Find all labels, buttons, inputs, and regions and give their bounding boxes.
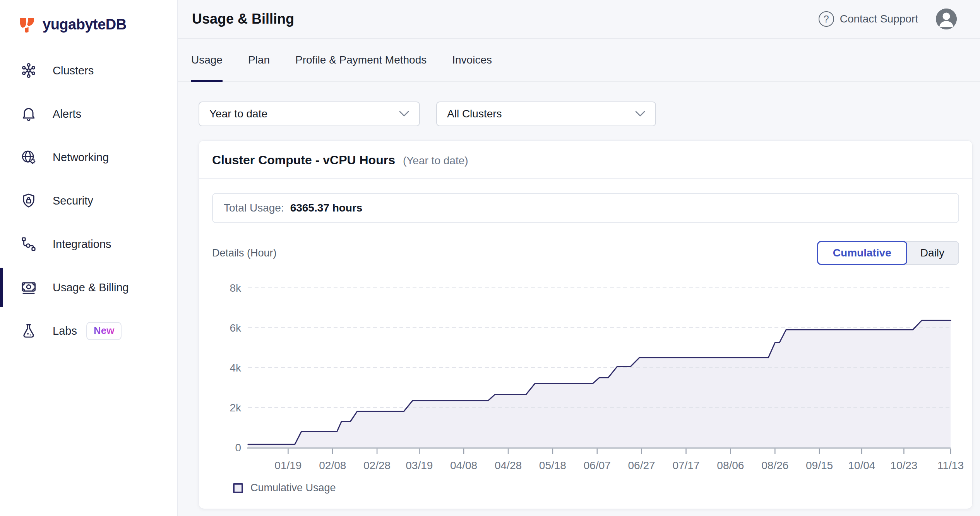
svg-text:05/18: 05/18 bbox=[539, 459, 566, 471]
sidebar-item-label: Alerts bbox=[53, 108, 81, 120]
sidebar-item-security[interactable]: Security bbox=[0, 179, 177, 222]
svg-text:0: 0 bbox=[235, 442, 241, 454]
svg-text:09/15: 09/15 bbox=[806, 459, 833, 471]
svg-text:04/08: 04/08 bbox=[450, 459, 477, 471]
compute-usage-card: Cluster Compute - vCPU Hours (Year to da… bbox=[199, 140, 973, 509]
cumulative-button[interactable]: Cumulative bbox=[817, 241, 907, 265]
svg-text:03/19: 03/19 bbox=[406, 459, 433, 471]
card-header: Cluster Compute - vCPU Hours (Year to da… bbox=[199, 141, 972, 179]
sidebar-item-label: Usage & Billing bbox=[53, 281, 129, 294]
contact-support-button[interactable]: ? Contact Support bbox=[819, 11, 918, 27]
networking-icon bbox=[20, 149, 37, 166]
usage-chart: 02k4k6k8k01/1902/0802/2803/1904/0804/280… bbox=[222, 277, 973, 475]
tab-invoices[interactable]: Invoices bbox=[452, 39, 492, 81]
sidebar-item-networking[interactable]: Networking bbox=[0, 136, 177, 179]
legend-swatch-icon bbox=[233, 483, 243, 493]
sidebar-item-usage-billing[interactable]: Usage & Billing bbox=[0, 266, 177, 309]
svg-text:2k: 2k bbox=[230, 402, 242, 414]
sidebar-item-alerts[interactable]: Alerts bbox=[0, 92, 177, 136]
security-icon bbox=[20, 192, 37, 209]
sidebar-item-labs[interactable]: LabsNew bbox=[0, 309, 177, 353]
view-toggle: Cumulative Daily bbox=[817, 241, 959, 265]
cluster-select[interactable]: All Clusters bbox=[436, 101, 656, 126]
brand-logo[interactable]: yugabyteDB bbox=[0, 0, 177, 39]
svg-text:02/28: 02/28 bbox=[363, 459, 391, 471]
svg-text:11/13: 11/13 bbox=[937, 459, 964, 471]
labs-icon bbox=[20, 322, 37, 339]
sidebar-item-label: Integrations bbox=[53, 238, 111, 251]
tab-plan[interactable]: Plan bbox=[248, 39, 270, 81]
total-usage-value: 6365.37 hours bbox=[290, 202, 363, 214]
svg-text:10/04: 10/04 bbox=[848, 459, 875, 471]
daily-button[interactable]: Daily bbox=[904, 241, 959, 265]
sidebar-item-label: Labs bbox=[53, 325, 77, 337]
page-header: Usage & Billing ? Contact Support bbox=[178, 0, 980, 39]
svg-text:06/27: 06/27 bbox=[628, 459, 655, 471]
svg-text:02/08: 02/08 bbox=[319, 459, 346, 471]
user-avatar[interactable] bbox=[936, 9, 957, 29]
svg-text:01/19: 01/19 bbox=[274, 459, 302, 471]
card-subtitle: (Year to date) bbox=[403, 155, 468, 167]
legend-label: Cumulative Usage bbox=[250, 482, 336, 494]
sidebar-item-label: Clusters bbox=[53, 64, 94, 77]
svg-text:08/06: 08/06 bbox=[717, 459, 744, 471]
header-actions: ? Contact Support bbox=[819, 9, 957, 29]
legend-cumulative-usage[interactable]: Cumulative Usage bbox=[233, 482, 972, 494]
svg-text:04/28: 04/28 bbox=[495, 459, 522, 471]
total-usage-label: Total Usage: bbox=[224, 202, 284, 214]
details-label: Details (Hour) bbox=[212, 247, 277, 259]
page-title: Usage & Billing bbox=[192, 11, 294, 27]
integrations-icon bbox=[20, 236, 37, 253]
chevron-down-icon bbox=[635, 111, 645, 117]
filters-row: Year to date All Clusters bbox=[178, 82, 980, 126]
person-icon bbox=[936, 9, 957, 29]
date-range-value: Year to date bbox=[209, 108, 267, 120]
sidebar-item-integrations[interactable]: Integrations bbox=[0, 222, 177, 266]
total-usage-box: Total Usage: 6365.37 hours bbox=[212, 193, 959, 223]
usage-billing-page: yugabyteDB ClustersAlertsNetworkingSecur… bbox=[0, 0, 980, 516]
main-area: Usage & Billing ? Contact Support UsageP… bbox=[178, 0, 980, 516]
yugabytedb-logo-icon bbox=[18, 15, 36, 34]
sidebar-nav: ClustersAlertsNetworkingSecurityIntegrat… bbox=[0, 49, 177, 353]
svg-text:10/23: 10/23 bbox=[890, 459, 917, 471]
alerts-icon bbox=[20, 105, 37, 122]
svg-text:07/17: 07/17 bbox=[672, 459, 699, 471]
tab-usage[interactable]: Usage bbox=[191, 39, 223, 81]
svg-text:08/26: 08/26 bbox=[761, 459, 788, 471]
svg-text:06/07: 06/07 bbox=[584, 459, 611, 471]
tab-profile-payment-methods[interactable]: Profile & Payment Methods bbox=[295, 39, 427, 81]
details-row: Details (Hour) Cumulative Daily bbox=[212, 241, 959, 265]
cluster-select-value: All Clusters bbox=[447, 108, 502, 120]
billing-tabs: UsagePlanProfile & Payment MethodsInvoic… bbox=[178, 39, 980, 82]
card-title: Cluster Compute - vCPU Hours bbox=[212, 153, 395, 167]
help-icon: ? bbox=[819, 11, 834, 27]
date-range-select[interactable]: Year to date bbox=[199, 101, 420, 126]
brand-name: yugabyteDB bbox=[43, 16, 127, 33]
clusters-icon bbox=[20, 62, 37, 79]
usage-billing-icon bbox=[20, 279, 37, 296]
sidebar: yugabyteDB ClustersAlertsNetworkingSecur… bbox=[0, 0, 178, 516]
svg-text:8k: 8k bbox=[230, 282, 242, 294]
svg-text:4k: 4k bbox=[230, 362, 242, 374]
chevron-down-icon bbox=[399, 111, 409, 117]
svg-text:6k: 6k bbox=[230, 322, 242, 334]
sidebar-item-clusters[interactable]: Clusters bbox=[0, 49, 177, 92]
new-badge: New bbox=[86, 322, 122, 340]
sidebar-item-label: Networking bbox=[53, 151, 109, 164]
sidebar-item-label: Security bbox=[53, 194, 93, 207]
contact-support-label: Contact Support bbox=[840, 13, 918, 25]
